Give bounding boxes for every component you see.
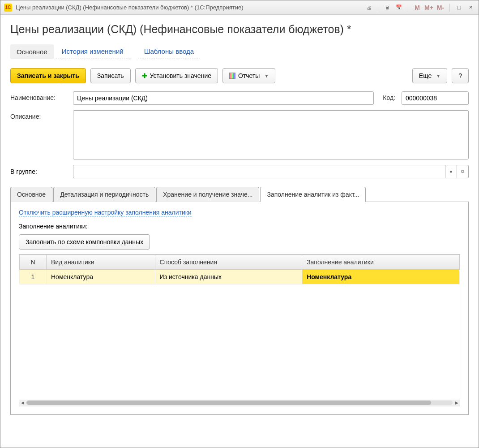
scroll-right-icon[interactable]: ▶: [453, 400, 460, 406]
name-input[interactable]: [73, 91, 374, 105]
group-open-button[interactable]: ⧉: [457, 165, 468, 178]
code-input[interactable]: [402, 91, 469, 105]
more-label: Еще: [419, 72, 432, 79]
m-plus-button[interactable]: M+: [424, 3, 433, 12]
set-value-label: Установить значение: [150, 72, 211, 79]
m-minus-button[interactable]: M-: [436, 3, 445, 12]
code-label: Код:: [378, 91, 397, 101]
fill-by-scheme-button[interactable]: Заполнить по схеме компоновки данных: [19, 234, 150, 250]
help-button[interactable]: ?: [452, 68, 469, 83]
calculator-icon[interactable]: 🖩: [383, 3, 392, 12]
col-n[interactable]: N: [20, 255, 47, 270]
tab-main[interactable]: Основное: [10, 187, 52, 202]
nav-main[interactable]: Основное: [10, 44, 54, 59]
set-value-button[interactable]: ✚ Установить значение: [135, 68, 218, 83]
maximize-icon[interactable]: ▢: [454, 3, 463, 12]
desc-input[interactable]: [73, 110, 469, 159]
scrollbar-thumb[interactable]: [26, 401, 431, 405]
name-label: Наименование:: [10, 91, 68, 101]
app-icon: 1C: [4, 4, 12, 12]
cell-method[interactable]: Из источника данных: [155, 270, 302, 284]
m-button[interactable]: M: [413, 3, 422, 12]
analytics-fill-label: Заполнение аналитики:: [19, 223, 460, 230]
tab-detail[interactable]: Детализация и периодичность: [53, 187, 155, 202]
print-icon[interactable]: 🖨: [364, 3, 373, 12]
chevron-down-icon: ▼: [436, 73, 441, 78]
group-dropdown-button[interactable]: ▼: [445, 165, 457, 178]
col-kind[interactable]: Вид аналитики: [47, 255, 155, 270]
scroll-left-icon[interactable]: ◀: [19, 400, 26, 406]
table-row[interactable]: 1 Номенклатура Из источника данных Номен…: [20, 270, 460, 284]
reports-icon: [229, 73, 235, 79]
close-icon[interactable]: ✕: [466, 3, 475, 12]
reports-button[interactable]: Отчеты ▼: [222, 68, 275, 83]
more-button[interactable]: Еще ▼: [412, 68, 447, 83]
tab-storage[interactable]: Хранение и получение значе...: [156, 187, 259, 202]
reports-label: Отчеты: [238, 72, 260, 79]
disable-advanced-link[interactable]: Отключить расширенную настройку заполнен…: [19, 209, 192, 216]
nav-templates[interactable]: Шаблоны ввода: [138, 44, 200, 59]
calendar-icon[interactable]: 📅: [394, 3, 403, 12]
window-title: Цены реализации (СКД) (Нефинансовые пока…: [16, 4, 364, 11]
chevron-down-icon: ▼: [264, 73, 269, 78]
col-fill[interactable]: Заполнение аналитики: [302, 255, 460, 270]
page-title: Цены реализации (СКД) (Нефинансовые пока…: [10, 23, 469, 36]
plus-icon: ✚: [142, 72, 147, 79]
nav-history[interactable]: История изменений: [56, 44, 130, 59]
scrollbar-track[interactable]: [26, 401, 453, 405]
desc-label: Описание:: [10, 110, 68, 120]
group-select-value[interactable]: [73, 165, 445, 178]
tab-fill-analytics[interactable]: Заполнение аналитик из факт...: [260, 187, 366, 202]
group-label: В группе:: [10, 168, 68, 175]
cell-n[interactable]: 1: [20, 270, 47, 284]
cell-kind[interactable]: Номенклатура: [47, 270, 155, 284]
cell-fill[interactable]: Номенклатура: [302, 270, 460, 284]
save-button[interactable]: Записать: [90, 68, 131, 83]
save-close-button[interactable]: Записать и закрыть: [10, 68, 86, 83]
col-method[interactable]: Способ заполнения: [155, 255, 302, 270]
